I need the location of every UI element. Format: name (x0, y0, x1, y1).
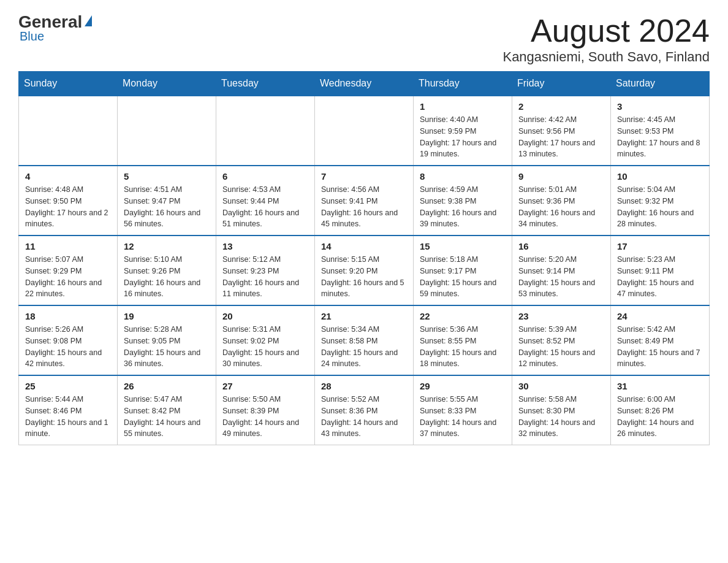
day-of-week-header: Tuesday (216, 72, 315, 96)
day-number: 7 (321, 171, 407, 182)
calendar-cell: 5Sunrise: 4:51 AMSunset: 9:47 PMDaylight… (118, 166, 216, 236)
calendar-cell: 26Sunrise: 5:47 AMSunset: 8:42 PMDayligh… (118, 375, 216, 445)
day-info: Sunrise: 5:18 AMSunset: 9:17 PMDaylight:… (420, 254, 506, 300)
calendar-header: SundayMondayTuesdayWednesdayThursdayFrid… (19, 72, 710, 96)
day-number: 30 (518, 381, 604, 391)
calendar-cell (19, 96, 118, 166)
day-number: 4 (25, 171, 111, 182)
page-header: General Blue August 2024 Kangasniemi, So… (18, 12, 710, 65)
day-info: Sunrise: 5:52 AMSunset: 8:36 PMDaylight:… (321, 394, 407, 440)
calendar-cell: 2Sunrise: 4:42 AMSunset: 9:56 PMDaylight… (512, 96, 611, 166)
calendar-cell (315, 96, 414, 166)
day-number: 14 (321, 241, 407, 251)
day-of-week-header: Saturday (611, 72, 710, 96)
day-info: Sunrise: 5:39 AMSunset: 8:52 PMDaylight:… (518, 324, 604, 370)
day-of-week-header: Wednesday (315, 72, 414, 96)
day-number: 29 (420, 381, 506, 391)
day-info: Sunrise: 5:01 AMSunset: 9:36 PMDaylight:… (518, 184, 604, 230)
day-number: 11 (25, 241, 111, 251)
calendar-week-row: 1Sunrise: 4:40 AMSunset: 9:59 PMDaylight… (19, 96, 710, 166)
day-info: Sunrise: 5:12 AMSunset: 9:23 PMDaylight:… (222, 254, 308, 300)
day-info: Sunrise: 5:31 AMSunset: 9:02 PMDaylight:… (222, 324, 308, 370)
title-section: August 2024 Kangasniemi, South Savo, Fin… (502, 12, 710, 65)
calendar-week-row: 4Sunrise: 4:48 AMSunset: 9:50 PMDaylight… (19, 166, 710, 236)
day-of-week-header: Thursday (414, 72, 512, 96)
day-number: 31 (617, 381, 703, 391)
day-info: Sunrise: 5:50 AMSunset: 8:39 PMDaylight:… (222, 394, 308, 440)
day-info: Sunrise: 4:59 AMSunset: 9:38 PMDaylight:… (420, 184, 506, 230)
calendar-cell: 30Sunrise: 5:58 AMSunset: 8:30 PMDayligh… (512, 375, 611, 445)
calendar-body: 1Sunrise: 4:40 AMSunset: 9:59 PMDaylight… (19, 96, 710, 445)
calendar-week-row: 25Sunrise: 5:44 AMSunset: 8:46 PMDayligh… (19, 375, 710, 445)
day-number: 15 (420, 241, 506, 251)
day-number: 27 (222, 381, 308, 391)
header-row: SundayMondayTuesdayWednesdayThursdayFrid… (19, 72, 710, 96)
day-info: Sunrise: 4:45 AMSunset: 9:53 PMDaylight:… (617, 114, 703, 160)
day-number: 2 (518, 101, 604, 112)
day-number: 3 (617, 101, 703, 112)
day-number: 24 (617, 311, 703, 321)
day-info: Sunrise: 5:07 AMSunset: 9:29 PMDaylight:… (25, 254, 111, 300)
calendar-cell: 18Sunrise: 5:26 AMSunset: 9:08 PMDayligh… (19, 305, 118, 375)
calendar-cell: 21Sunrise: 5:34 AMSunset: 8:58 PMDayligh… (315, 305, 414, 375)
day-info: Sunrise: 5:55 AMSunset: 8:33 PMDaylight:… (420, 394, 506, 440)
calendar-cell: 9Sunrise: 5:01 AMSunset: 9:36 PMDaylight… (512, 166, 611, 236)
calendar-week-row: 18Sunrise: 5:26 AMSunset: 9:08 PMDayligh… (19, 305, 710, 375)
day-info: Sunrise: 5:44 AMSunset: 8:46 PMDaylight:… (25, 394, 111, 440)
calendar-cell: 24Sunrise: 5:42 AMSunset: 8:49 PMDayligh… (611, 305, 710, 375)
day-number: 6 (222, 171, 308, 182)
day-number: 12 (124, 241, 210, 251)
day-number: 17 (617, 241, 703, 251)
day-number: 13 (222, 241, 308, 251)
calendar-cell: 14Sunrise: 5:15 AMSunset: 9:20 PMDayligh… (315, 236, 414, 305)
logo: General Blue (18, 12, 92, 44)
calendar-cell: 4Sunrise: 4:48 AMSunset: 9:50 PMDaylight… (19, 166, 118, 236)
day-info: Sunrise: 5:47 AMSunset: 8:42 PMDaylight:… (124, 394, 210, 440)
day-number: 28 (321, 381, 407, 391)
day-number: 22 (420, 311, 506, 321)
day-number: 25 (25, 381, 111, 391)
calendar-cell: 19Sunrise: 5:28 AMSunset: 9:05 PMDayligh… (118, 305, 216, 375)
calendar-cell: 10Sunrise: 5:04 AMSunset: 9:32 PMDayligh… (611, 166, 710, 236)
calendar-cell (118, 96, 216, 166)
calendar-cell: 29Sunrise: 5:55 AMSunset: 8:33 PMDayligh… (414, 375, 512, 445)
calendar-cell: 15Sunrise: 5:18 AMSunset: 9:17 PMDayligh… (414, 236, 512, 305)
calendar-cell: 17Sunrise: 5:23 AMSunset: 9:11 PMDayligh… (611, 236, 710, 305)
day-info: Sunrise: 4:42 AMSunset: 9:56 PMDaylight:… (518, 114, 604, 160)
day-of-week-header: Sunday (19, 72, 118, 96)
day-info: Sunrise: 4:51 AMSunset: 9:47 PMDaylight:… (124, 184, 210, 230)
calendar-cell: 11Sunrise: 5:07 AMSunset: 9:29 PMDayligh… (19, 236, 118, 305)
calendar-cell: 12Sunrise: 5:10 AMSunset: 9:26 PMDayligh… (118, 236, 216, 305)
day-of-week-header: Monday (118, 72, 216, 96)
page-subtitle: Kangasniemi, South Savo, Finland (502, 49, 710, 65)
calendar-cell (216, 96, 315, 166)
day-info: Sunrise: 5:58 AMSunset: 8:30 PMDaylight:… (518, 394, 604, 440)
calendar-week-row: 11Sunrise: 5:07 AMSunset: 9:29 PMDayligh… (19, 236, 710, 305)
day-info: Sunrise: 4:53 AMSunset: 9:44 PMDaylight:… (222, 184, 308, 230)
calendar-cell: 23Sunrise: 5:39 AMSunset: 8:52 PMDayligh… (512, 305, 611, 375)
calendar-cell: 7Sunrise: 4:56 AMSunset: 9:41 PMDaylight… (315, 166, 414, 236)
day-info: Sunrise: 5:10 AMSunset: 9:26 PMDaylight:… (124, 254, 210, 300)
calendar-cell: 25Sunrise: 5:44 AMSunset: 8:46 PMDayligh… (19, 375, 118, 445)
day-info: Sunrise: 5:26 AMSunset: 9:08 PMDaylight:… (25, 324, 111, 370)
day-number: 5 (124, 171, 210, 182)
day-number: 19 (124, 311, 210, 321)
calendar-cell: 16Sunrise: 5:20 AMSunset: 9:14 PMDayligh… (512, 236, 611, 305)
day-info: Sunrise: 5:42 AMSunset: 8:49 PMDaylight:… (617, 324, 703, 370)
day-info: Sunrise: 5:28 AMSunset: 9:05 PMDaylight:… (124, 324, 210, 370)
day-number: 9 (518, 171, 604, 182)
calendar-cell: 6Sunrise: 4:53 AMSunset: 9:44 PMDaylight… (216, 166, 315, 236)
logo-triangle-icon (85, 15, 92, 26)
day-info: Sunrise: 5:15 AMSunset: 9:20 PMDaylight:… (321, 254, 407, 300)
calendar-cell: 22Sunrise: 5:36 AMSunset: 8:55 PMDayligh… (414, 305, 512, 375)
calendar-table: SundayMondayTuesdayWednesdayThursdayFrid… (18, 71, 710, 445)
day-info: Sunrise: 5:23 AMSunset: 9:11 PMDaylight:… (617, 254, 703, 300)
day-info: Sunrise: 5:04 AMSunset: 9:32 PMDaylight:… (617, 184, 703, 230)
calendar-cell: 20Sunrise: 5:31 AMSunset: 9:02 PMDayligh… (216, 305, 315, 375)
day-number: 10 (617, 171, 703, 182)
day-number: 20 (222, 311, 308, 321)
day-info: Sunrise: 5:36 AMSunset: 8:55 PMDaylight:… (420, 324, 506, 370)
day-info: Sunrise: 6:00 AMSunset: 8:26 PMDaylight:… (617, 394, 703, 440)
page-title: August 2024 (502, 12, 710, 49)
day-info: Sunrise: 4:40 AMSunset: 9:59 PMDaylight:… (420, 114, 506, 160)
